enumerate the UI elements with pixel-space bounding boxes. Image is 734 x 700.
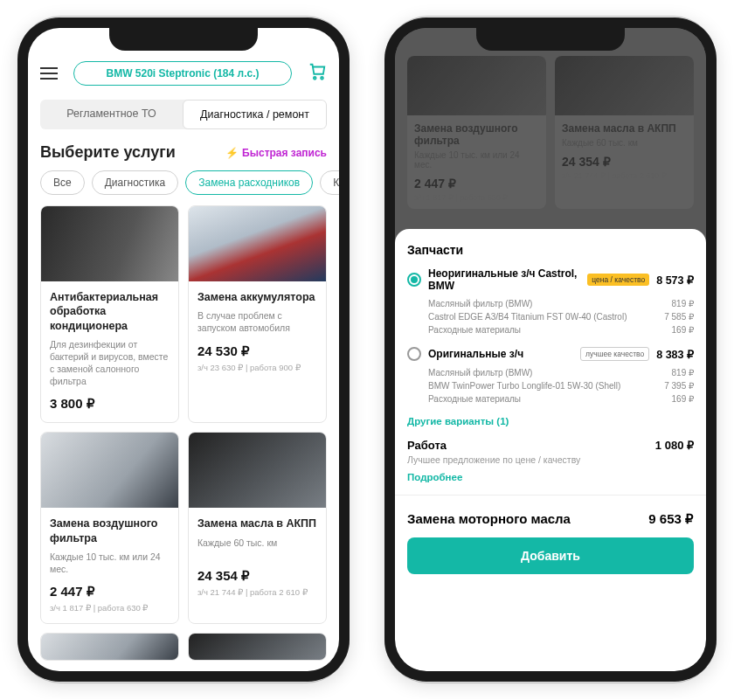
svg-point-0 xyxy=(314,77,316,80)
card-title: Замена аккумулятора xyxy=(197,290,317,304)
line-item: Расходные материалы169 ₽ xyxy=(428,392,694,405)
work-price: 1 080 ₽ xyxy=(655,439,694,452)
option-price: 8 573 ₽ xyxy=(656,274,694,287)
service-card[interactable] xyxy=(188,633,327,661)
notch xyxy=(109,28,258,51)
bottom-sheet: Запчасти Неоригинальные з/ч Castrol, BMW… xyxy=(395,229,706,671)
line-item: Расходные материалы169 ₽ xyxy=(428,323,694,336)
option-name: Неоригинальные з/ч Castrol, BMW xyxy=(428,267,580,292)
line-item: Масляный фильтр (BMW)819 ₽ xyxy=(428,366,694,379)
phone-right: Замена воздушного фильтраКаждые 10 тыс. … xyxy=(384,17,717,682)
card-desc: В случае проблем с запуском автомобиля xyxy=(197,309,317,334)
badge-best-quality: лучшее качество xyxy=(580,347,649,361)
card-title: Антибактериальная обработка кондиционера xyxy=(50,290,170,333)
filter-chips: ВсеДиагностикаЗамена расходниковКонди xyxy=(28,170,339,205)
work-subtitle: Лучшее предложение по цене / качеству xyxy=(407,454,694,465)
card-thumbnail xyxy=(41,634,178,660)
filter-chip[interactable]: Конди xyxy=(320,170,339,195)
lightning-icon: ⚡ xyxy=(225,147,239,159)
segment-control: Регламентное ТО Диагностика / ремонт xyxy=(40,100,327,129)
radio-off-icon[interactable] xyxy=(407,347,421,361)
radio-on-icon[interactable] xyxy=(407,273,421,287)
services-grid: Антибактериальная обработка кондиционера… xyxy=(28,205,339,661)
service-card[interactable]: Замена воздушного фильтра Каждые 10 тыс.… xyxy=(40,432,179,624)
card-thumbnail xyxy=(189,634,326,660)
card-meta: з/ч 23 630 ₽ | работа 900 ₽ xyxy=(197,363,317,372)
work-label: Работа xyxy=(407,439,447,452)
sheet-parts-heading: Запчасти xyxy=(407,243,694,257)
service-card[interactable]: Антибактериальная обработка кондиционера… xyxy=(40,205,179,423)
card-price: 2 447 ₽ xyxy=(50,584,170,600)
card-thumbnail xyxy=(41,433,178,508)
notch xyxy=(476,28,625,51)
card-desc: Каждые 10 тыс. км или 24 мес. xyxy=(50,551,170,575)
line-item: BMW TwinPower Turbo Longlife-01 5W-30 (S… xyxy=(428,379,694,392)
seg-maintenance[interactable]: Регламентное ТО xyxy=(40,100,183,129)
card-desc: Для дезинфекции от бактерий и вирусов, в… xyxy=(50,338,170,388)
total-label: Замена моторного масла xyxy=(407,511,571,527)
filter-chip[interactable]: Все xyxy=(40,170,85,195)
card-thumbnail xyxy=(189,206,326,281)
card-price: 24 354 ₽ xyxy=(197,568,317,584)
card-thumbnail xyxy=(41,206,178,281)
card-desc: Каждые 60 тыс. км xyxy=(197,537,317,559)
page-title: Выберите услуги xyxy=(40,143,176,162)
card-price: 3 800 ₽ xyxy=(50,396,170,412)
filter-chip[interactable]: Диагностика xyxy=(92,170,179,195)
card-meta: з/ч 21 744 ₽ | работа 2 610 ₽ xyxy=(197,587,317,597)
service-card[interactable] xyxy=(40,633,179,661)
phone-left: BMW 520i Steptronic (184 л.с.) Регламент… xyxy=(17,17,350,682)
cart-icon[interactable] xyxy=(308,62,327,85)
divider xyxy=(395,495,706,496)
total-price: 9 653 ₽ xyxy=(648,511,694,527)
service-card[interactable]: Замена аккумулятора В случае проблем с з… xyxy=(188,205,327,423)
card-thumbnail xyxy=(189,433,326,508)
car-selector[interactable]: BMW 520i Steptronic (184 л.с.) xyxy=(73,61,292,86)
option-non-original[interactable]: Неоригинальные з/ч Castrol, BMW цена / к… xyxy=(407,267,694,336)
card-title: Замена воздушного фильтра xyxy=(50,516,170,545)
other-variants-link[interactable]: Другие варианты (1) xyxy=(407,416,694,426)
quick-book-link[interactable]: ⚡Быстрая запись xyxy=(225,147,327,159)
card-price: 24 530 ₽ xyxy=(197,343,317,359)
menu-icon[interactable] xyxy=(40,67,58,80)
line-item: Castrol EDGE A3/B4 Titanium FST 0W-40 (C… xyxy=(428,310,694,323)
option-name: Оригинальные з/ч xyxy=(428,348,573,360)
option-original[interactable]: Оригинальные з/ч лучшее качество 8 383 ₽… xyxy=(407,347,694,405)
option-items: Масляный фильтр (BMW)819 ₽Castrol EDGE A… xyxy=(428,297,694,336)
badge-price-quality: цена / качество xyxy=(587,274,649,286)
line-item: Масляный фильтр (BMW)819 ₽ xyxy=(428,297,694,310)
option-price: 8 383 ₽ xyxy=(656,348,694,361)
card-meta: з/ч 1 817 ₽ | работа 630 ₽ xyxy=(50,603,170,613)
card-title: Замена масла в АКПП xyxy=(197,516,317,530)
more-link[interactable]: Подробнее xyxy=(407,472,694,482)
svg-point-1 xyxy=(321,77,323,80)
add-button[interactable]: Добавить xyxy=(407,537,694,574)
seg-diagnostics[interactable]: Диагностика / ремонт xyxy=(183,100,327,129)
filter-chip[interactable]: Замена расходников xyxy=(185,170,313,195)
service-card[interactable]: Замена масла в АКПП Каждые 60 тыс. км 24… xyxy=(188,432,327,624)
option-items: Масляный фильтр (BMW)819 ₽BMW TwinPower … xyxy=(428,366,694,405)
